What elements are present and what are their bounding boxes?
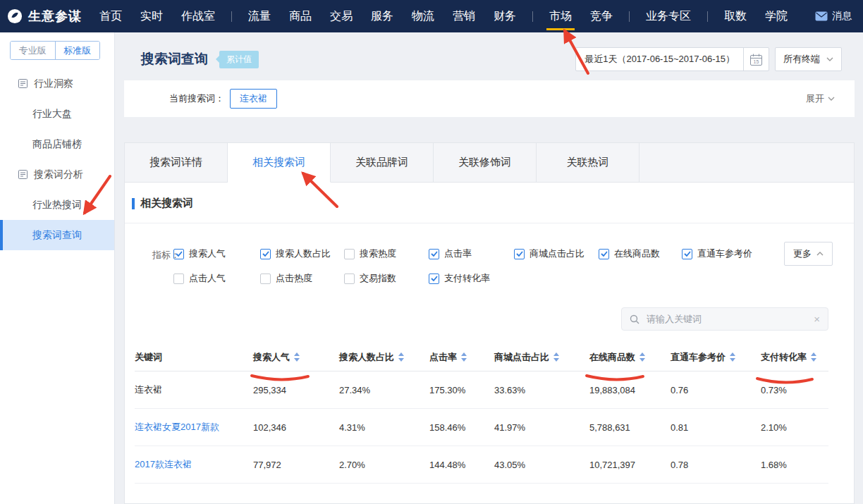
calendar-icon: 15: [750, 54, 762, 66]
nav-divider: [532, 11, 533, 22]
cell-value: 19,883,084: [589, 385, 671, 395]
terminal-filter-select[interactable]: 所有终端: [775, 47, 842, 71]
col-mall-click-share[interactable]: 商城点击占比: [494, 351, 589, 364]
tab-related-modifier-words[interactable]: 关联修饰词: [434, 143, 537, 183]
col-click-rate[interactable]: 点击率: [429, 351, 494, 364]
message-icon: [815, 11, 828, 21]
sidebar-item-industry-hot-words[interactable]: 行业热搜词: [0, 190, 114, 220]
expand-button[interactable]: 展开: [806, 92, 835, 105]
current-keyword-tag[interactable]: 连衣裙: [230, 89, 277, 109]
metric-checkbox-click-rate[interactable]: 点击率: [429, 247, 514, 260]
clear-input-icon[interactable]: ×: [814, 314, 820, 324]
calendar-button[interactable]: 15: [743, 48, 769, 70]
metric-checkbox-click-heat[interactable]: 点击热度: [260, 272, 344, 285]
col-label: 直通车参考价: [671, 351, 726, 364]
cell-value: 102,346: [253, 422, 339, 433]
app-logo[interactable]: 生意参谋: [0, 8, 90, 25]
nav-goods[interactable]: 商品: [280, 0, 321, 32]
sidebar-item-industry-overview[interactable]: 行业大盘: [0, 99, 114, 129]
col-payment-conversion[interactable]: 支付转化率: [761, 351, 828, 364]
keyword-search-input[interactable]: [645, 313, 808, 325]
checkbox-icon: [429, 249, 439, 259]
sidebar-item-search-term-analysis[interactable]: 搜索词分析: [0, 159, 114, 190]
tab-related-brand-words[interactable]: 关联品牌词: [331, 143, 434, 183]
metrics-filter: 指标： 搜索人气 搜索人数占比 搜索热度: [125, 223, 854, 285]
nav-logistics[interactable]: 物流: [403, 0, 443, 32]
related-search-table: 关键词 搜索人气 搜索人数占比 点击率 商城点击占: [135, 343, 828, 484]
col-label: 支付转化率: [761, 351, 807, 364]
chevron-down-icon: [826, 57, 833, 61]
checkbox-icon: [260, 249, 271, 259]
table-header-row: 关键词 搜索人气 搜索人数占比 点击率 商城点击占: [135, 343, 828, 371]
sort-icon[interactable]: [553, 352, 559, 362]
col-ztc-reference-price[interactable]: 直通车参考价: [671, 351, 761, 364]
sort-icon[interactable]: [811, 352, 816, 362]
metric-checkbox-search-popularity[interactable]: 搜索人气: [173, 247, 260, 260]
top-navbar: 生意参谋 首页 实时 作战室 流量 商品 交易 服务 物流 营销 财务 市场 竞…: [0, 0, 863, 32]
current-search-label: 当前搜索词：: [169, 92, 224, 105]
sort-icon[interactable]: [398, 352, 404, 362]
cell-value: 33.63%: [494, 385, 589, 395]
col-online-products[interactable]: 在线商品数: [589, 351, 671, 364]
nav-trade[interactable]: 交易: [321, 0, 362, 32]
col-label: 商城点击占比: [494, 351, 549, 364]
checkbox-icon: [260, 273, 271, 284]
col-searcher-share[interactable]: 搜索人数占比: [339, 351, 429, 364]
sidebar-item-search-term-query[interactable]: 搜索词查询: [0, 220, 114, 250]
cell-keyword-link[interactable]: 连衣裙女夏2017新款: [135, 421, 253, 434]
sort-icon[interactable]: [639, 352, 645, 362]
nav-traffic[interactable]: 流量: [239, 0, 280, 32]
metric-checkbox-payment-conversion[interactable]: 支付转化率: [429, 272, 514, 285]
col-label: 搜索人气: [253, 351, 290, 364]
version-tab-standard[interactable]: 标准版: [55, 42, 100, 59]
nav-war-room[interactable]: 作战室: [172, 0, 224, 32]
sidebar-item-industry-insight[interactable]: 行业洞察: [0, 68, 114, 99]
terminal-filter-label: 所有终端: [783, 53, 820, 66]
metric-label: 点击热度: [276, 272, 312, 285]
date-range-text: 最近1天（2017-06-15~2017-06-15）: [576, 53, 743, 66]
sidebar-item-goods-shop-ranking[interactable]: 商品店铺榜: [0, 129, 114, 159]
nav-finance[interactable]: 财务: [484, 0, 525, 32]
cell-value: 144.48%: [429, 460, 494, 470]
nav-realtime[interactable]: 实时: [131, 0, 172, 32]
nav-marketing[interactable]: 营销: [443, 0, 484, 32]
sidebar-item-label: 行业洞察: [34, 78, 73, 90]
nav-home[interactable]: 首页: [90, 0, 131, 32]
nav-academy[interactable]: 学院: [756, 0, 797, 32]
date-range-picker[interactable]: 最近1天（2017-06-15~2017-06-15） 15: [575, 47, 769, 71]
more-button[interactable]: 更多: [784, 242, 833, 266]
sort-icon[interactable]: [294, 352, 300, 362]
nav-business-zone[interactable]: 业务专区: [637, 0, 700, 32]
nav-message[interactable]: 消息: [815, 10, 852, 23]
checkbox-icon: [514, 249, 525, 259]
version-tab-pro[interactable]: 专业版: [11, 42, 55, 59]
metric-checkbox-online-products[interactable]: 在线商品数: [599, 247, 682, 260]
version-toggle: 专业版 标准版: [10, 41, 100, 60]
metric-checkbox-searcher-share[interactable]: 搜索人数占比: [260, 247, 344, 260]
nav-service[interactable]: 服务: [362, 0, 403, 32]
metric-checkbox-search-heat[interactable]: 搜索热度: [344, 247, 429, 260]
metric-checkbox-click-popularity[interactable]: 点击人气: [173, 272, 260, 285]
tab-related-hot-words[interactable]: 关联热词: [537, 143, 639, 183]
cell-keyword-link[interactable]: 2017款连衣裙: [135, 458, 253, 471]
metric-checkbox-trade-index[interactable]: 交易指数: [344, 272, 429, 285]
table-row: 2017款连衣裙 77,972 2.70% 144.48% 43.05% 10,…: [135, 446, 828, 484]
nav-market[interactable]: 市场: [540, 0, 581, 32]
cell-value: 295,334: [253, 385, 339, 395]
cell-value: 4.31%: [339, 422, 429, 433]
cell-value: 2.10%: [761, 422, 828, 433]
metric-checkbox-mall-click-share[interactable]: 商城点击占比: [514, 247, 599, 260]
nav-competition[interactable]: 竞争: [581, 0, 622, 32]
sort-icon[interactable]: [730, 352, 735, 362]
page: 生意参谋 首页 实时 作战室 流量 商品 交易 服务 物流 营销 财务 市场 竞…: [0, 0, 863, 504]
cell-value: 175.30%: [429, 385, 494, 395]
tab-search-term-detail[interactable]: 搜索词详情: [125, 143, 228, 183]
sort-icon[interactable]: [461, 352, 467, 362]
tab-related-search-terms[interactable]: 相关搜索词: [228, 143, 331, 183]
keyword-search-box[interactable]: ×: [621, 307, 828, 331]
header-controls: 最近1天（2017-06-15~2017-06-15） 15 所有终端: [575, 47, 842, 71]
nav-data-extract[interactable]: 取数: [715, 0, 756, 32]
chevron-down-icon: [828, 97, 835, 101]
section-accent-bar: [132, 198, 135, 209]
col-search-popularity[interactable]: 搜索人气: [253, 351, 339, 364]
